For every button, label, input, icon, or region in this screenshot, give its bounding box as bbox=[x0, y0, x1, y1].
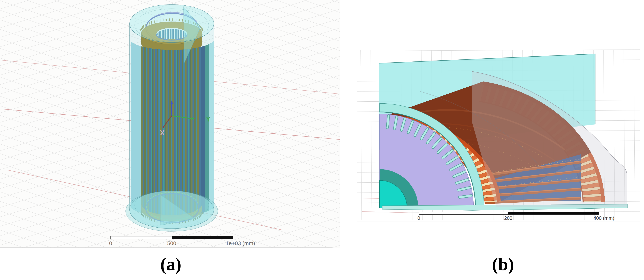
machine-model-3d: Y X bbox=[126, 4, 218, 232]
scale-b-tick-end: 400 (mm) bbox=[594, 216, 614, 221]
scale-a-tick-end: 1e+03 (mm) bbox=[226, 240, 255, 246]
scale-a-tick-0: 0 bbox=[109, 240, 112, 246]
caption-a: (a) bbox=[0, 255, 342, 273]
viewport-model-quarter: 0 200 400 (mm) bbox=[357, 48, 640, 222]
housing-bottom-cap bbox=[130, 191, 214, 229]
caption-b: (b) bbox=[362, 255, 644, 273]
scale-a-tick-500: 500 bbox=[167, 240, 176, 246]
scale-b-tick-0: 0 bbox=[417, 216, 420, 221]
viewport-model-full: Y X 0 500 1e+03 (mm) bbox=[0, 0, 340, 248]
scale-b-tick-200: 200 bbox=[504, 216, 512, 221]
figure-page: Y X 0 500 1e+03 (mm) bbox=[0, 0, 644, 280]
housing-top-cap bbox=[130, 4, 214, 42]
vacuum-region-cylinder bbox=[126, 4, 218, 232]
